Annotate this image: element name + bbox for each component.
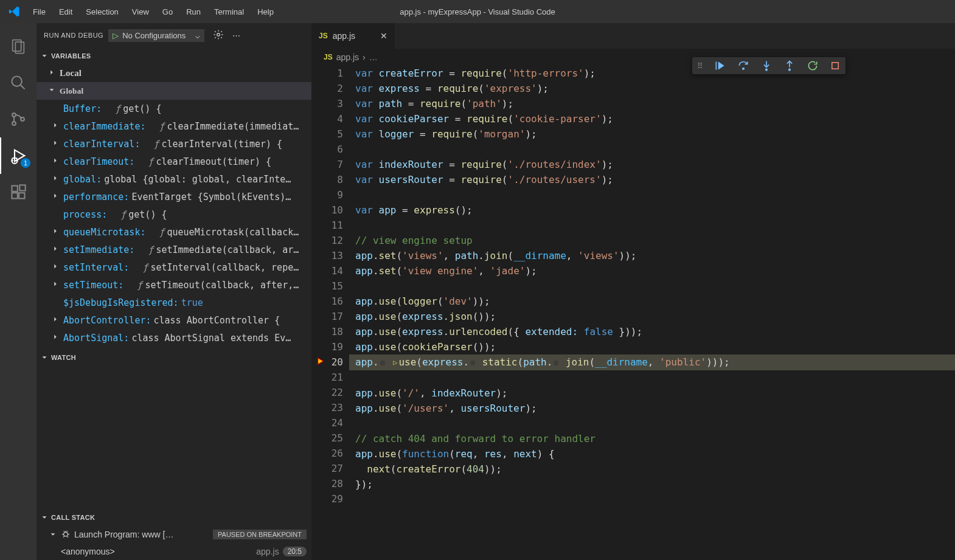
variable-row[interactable]: queueMicrotask:ƒ queueMicrotask(callback…: [36, 223, 311, 241]
code-line[interactable]: // view engine setup: [355, 233, 955, 248]
variable-row[interactable]: setTimeout:ƒ setTimeout(callback, after,…: [36, 276, 311, 294]
svg-line-24: [67, 531, 68, 531]
code-line[interactable]: app. ▷use(express. static(path. join(__d…: [349, 354, 955, 370]
stop-button[interactable]: [830, 60, 841, 71]
code-line[interactable]: app.use(express.urlencoded({ extended: f…: [355, 324, 955, 339]
tabs: JS app.js ✕: [311, 23, 955, 49]
extensions-icon[interactable]: [0, 174, 36, 210]
variable-row[interactable]: clearTimeout:ƒ clearTimeout(timer) {: [36, 153, 311, 170]
start-debug-icon[interactable]: ▷: [113, 31, 119, 40]
svg-point-4: [12, 113, 16, 117]
svg-line-10: [13, 158, 13, 159]
variable-row[interactable]: global: global {global: global, clearInt…: [36, 170, 311, 188]
menu-file[interactable]: File: [27, 4, 52, 20]
scope-global[interactable]: Global: [36, 82, 311, 100]
code-line[interactable]: app.set('view engine', 'jade');: [355, 263, 955, 278]
code-line[interactable]: app.use('/users', usersRouter);: [355, 401, 955, 416]
debug-config-label: No Configurations: [122, 31, 186, 40]
code-line[interactable]: [355, 218, 955, 233]
variable-row[interactable]: clearInterval:ƒ clearInterval(timer) {: [36, 135, 311, 153]
debug-config-select[interactable]: ▷ No Configurations ⌵: [108, 29, 204, 42]
code-line[interactable]: app.use(cookieParser());: [355, 339, 955, 354]
code-line[interactable]: var app = express();: [355, 202, 955, 218]
tab-appjs[interactable]: JS app.js ✕: [311, 23, 395, 49]
code-line[interactable]: [355, 492, 955, 507]
search-icon[interactable]: [0, 64, 36, 101]
menu-selection[interactable]: Selection: [80, 4, 124, 20]
code-line[interactable]: // catch 404 and forward to error handle…: [355, 431, 955, 446]
callstack-frame[interactable]: <anonymous> app.js 20:5: [36, 543, 311, 560]
code-line[interactable]: [355, 370, 955, 385]
callstack-program[interactable]: Launch Program: www [… PAUSED ON BREAKPO…: [36, 526, 311, 543]
svg-point-30: [789, 69, 791, 71]
code-line[interactable]: [355, 278, 955, 294]
svg-rect-12: [12, 186, 18, 192]
frame-position: 20:5: [283, 547, 307, 556]
watch-section-header[interactable]: WATCH: [36, 349, 311, 366]
code-line[interactable]: app.use(function(req, res, next) {: [355, 446, 955, 461]
menu-run[interactable]: Run: [180, 4, 207, 20]
step-out-button[interactable]: [783, 60, 796, 72]
more-icon[interactable]: ⋯: [232, 31, 240, 40]
svg-point-16: [217, 33, 220, 36]
code-line[interactable]: next(createError(404));: [355, 461, 955, 477]
close-icon[interactable]: ✕: [380, 31, 387, 41]
continue-button[interactable]: [714, 60, 726, 72]
breadcrumb[interactable]: JS app.js › …: [311, 49, 955, 66]
code-editor[interactable]: 1234567891011121314151617181920212223242…: [311, 66, 955, 560]
menu-terminal[interactable]: Terminal: [208, 4, 250, 20]
svg-rect-13: [12, 193, 18, 198]
step-over-button[interactable]: [737, 60, 749, 72]
code-line[interactable]: app.use('/', indexRouter);: [355, 385, 955, 401]
code-line[interactable]: [355, 187, 955, 202]
code-line[interactable]: [355, 416, 955, 431]
chevron-down-icon[interactable]: ⌵: [195, 31, 200, 40]
variable-row[interactable]: setInterval:ƒ setInterval(callback, repe…: [36, 258, 311, 276]
svg-rect-31: [832, 63, 839, 69]
code-line[interactable]: [355, 142, 955, 157]
menu-view[interactable]: View: [126, 4, 155, 20]
debug-toolbar[interactable]: ⠿: [692, 57, 846, 74]
code-line[interactable]: var express = require('express');: [355, 81, 955, 96]
run-and-debug-icon[interactable]: 1: [0, 137, 36, 174]
scope-local[interactable]: Local: [36, 64, 311, 82]
menu-help[interactable]: Help: [251, 4, 280, 20]
variable-row[interactable]: AbortSignal: class AbortSignal extends E…: [36, 329, 311, 347]
variable-row[interactable]: process:ƒ get() {: [36, 206, 311, 223]
variable-row[interactable]: $jsDebugIsRegistered: true: [36, 294, 311, 311]
variable-row[interactable]: Buffer:ƒ get() {: [36, 100, 311, 117]
svg-line-22: [68, 536, 68, 538]
svg-line-23: [64, 531, 64, 531]
gear-icon[interactable]: [213, 29, 224, 42]
code-line[interactable]: app.use(express.json());: [355, 309, 955, 324]
svg-line-3: [21, 85, 25, 89]
callstack-section-header[interactable]: CALL STACK: [36, 509, 311, 526]
variables-section-header[interactable]: VARIABLES: [36, 47, 311, 64]
grip-icon[interactable]: ⠿: [697, 61, 703, 71]
sidebar-title: RUN AND DEBUG: [44, 32, 103, 39]
code-line[interactable]: var createError = require('http-errors')…: [355, 66, 955, 81]
menu-edit[interactable]: Edit: [53, 4, 78, 20]
variable-row[interactable]: AbortController: class AbortController {: [36, 311, 311, 329]
code-line[interactable]: app.use(logger('dev'));: [355, 294, 955, 309]
vscode-logo-icon: [5, 5, 24, 18]
code-line[interactable]: var cookieParser = require('cookie-parse…: [355, 111, 955, 126]
code-line[interactable]: });: [355, 477, 955, 492]
step-into-button[interactable]: [760, 60, 773, 72]
svg-line-21: [63, 536, 64, 538]
menu-go[interactable]: Go: [156, 4, 179, 20]
code-line[interactable]: var usersRouter = require('./routes/user…: [355, 172, 955, 187]
code-line[interactable]: app.set('views', path.join(__dirname, 'v…: [355, 248, 955, 263]
code-line[interactable]: var indexRouter = require('./routes/inde…: [355, 157, 955, 172]
breakpoint-current-icon: [316, 357, 325, 365]
variable-row[interactable]: setImmediate:ƒ setImmediate(callback, ar…: [36, 241, 311, 258]
code-line[interactable]: var path = require('path');: [355, 96, 955, 111]
restart-button[interactable]: [807, 60, 819, 72]
menubar: FileEditSelectionViewGoRunTerminalHelp: [27, 4, 280, 20]
variable-row[interactable]: performance: EventTarget {Symbol(kEvents…: [36, 188, 311, 206]
svg-point-26: [743, 68, 745, 70]
variable-row[interactable]: clearImmediate:ƒ clearImmediate(immediat…: [36, 117, 311, 135]
source-control-icon[interactable]: [0, 101, 36, 137]
explorer-icon[interactable]: [0, 28, 36, 64]
code-line[interactable]: var logger = require('morgan');: [355, 126, 955, 142]
